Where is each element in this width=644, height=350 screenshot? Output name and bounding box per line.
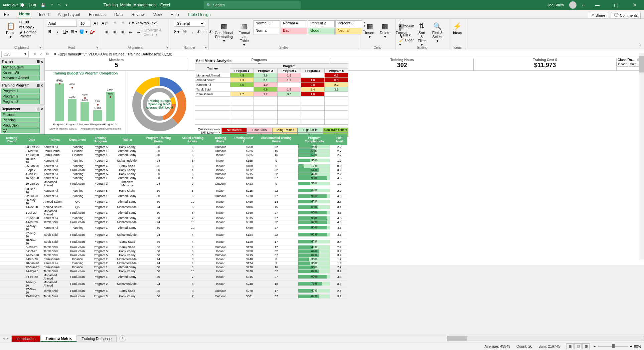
slicer-item[interactable]: QA — [1, 128, 40, 133]
italic-button[interactable]: I — [55, 29, 61, 35]
font-name-input[interactable] — [47, 20, 77, 27]
table-row[interactable]: 8-Mar-20Rami GamalFinanceProgram 1Ahmed … — [0, 149, 347, 153]
slicer-scrollbar[interactable] — [40, 112, 44, 134]
skill-matrix-table[interactable]: TraineeProgramProgram 1Program 2Program … — [195, 63, 348, 125]
slicer-item[interactable]: Finance — [1, 112, 40, 117]
tab-insert[interactable]: Insert — [38, 11, 50, 18]
table-row[interactable]: 23-Feb-20Kareem AliPlanningProgram 5Hany… — [0, 145, 347, 149]
table-row[interactable]: 16-Apr-20Kareem AliPlanningProgram 1Ahme… — [0, 176, 347, 180]
donut-chart[interactable]: Training Budget Spending % VS Average Sk… — [126, 71, 193, 138]
fx-icon[interactable]: fx — [46, 52, 49, 56]
slicer-scrollbar[interactable] — [40, 88, 44, 105]
table-row[interactable]: 14-Aug-20Mohamed AhmedProductionProgram … — [0, 280, 347, 287]
page-break-view-icon[interactable]: ▥ — [582, 343, 590, 349]
redo-icon[interactable]: ↷ — [58, 3, 61, 7]
increase-font-icon[interactable]: A↑ — [93, 20, 99, 26]
font-color-button[interactable]: A ▾ — [90, 29, 96, 35]
conditional-formatting-button[interactable]: ▦Conditional Formatting ▾ — [212, 20, 236, 48]
number-format-select[interactable]: General — [174, 20, 205, 27]
percent-icon[interactable]: % — [182, 29, 188, 35]
ideas-button[interactable]: ⚡Ideas — [453, 20, 462, 36]
style-percent2[interactable]: Percent 2 — [308, 20, 335, 27]
fill-button[interactable]: ⬇ Fill ▾ — [399, 33, 414, 37]
table-row[interactable]: 5-Oct-20Tarek SaidProductionProgram 5Han… — [0, 249, 347, 253]
style-normal3[interactable]: Normal 3 — [253, 20, 280, 27]
increase-indent-icon[interactable]: ⇥ — [136, 29, 142, 35]
table-row[interactable]: 22-Mar-20Rami GamalFinanceProgram 1Ahmed… — [0, 265, 347, 269]
table-row[interactable]: 26-May-20Ahmed SalemQAProgram 1Ahmed Sam… — [0, 198, 347, 205]
search-box[interactable]: 🔍 Search — [204, 1, 301, 9]
style-percent3[interactable]: Percent 3 — [335, 20, 362, 27]
align-middle-icon[interactable]: ≡ — [112, 20, 118, 26]
decrease-indent-icon[interactable]: ⇤ — [128, 29, 134, 35]
clear-filter-icon[interactable]: ⨯ — [40, 60, 43, 63]
maximize-button[interactable]: ▢ — [609, 2, 623, 8]
comma-icon[interactable]: , — [190, 29, 196, 35]
horizontal-scrollbar[interactable] — [447, 336, 644, 341]
currency-icon[interactable]: $ ▾ — [174, 29, 180, 35]
copy-button[interactable]: ⧉ Copy ▾ — [19, 25, 40, 29]
style-normal[interactable]: Normal — [253, 28, 280, 34]
tab-table-design[interactable]: Table Design — [187, 11, 211, 18]
table-row[interactable]: 5-Feb-20Mohamed AhmedProductionProgram 1… — [0, 273, 347, 280]
vertical-scrollbar[interactable] — [639, 53, 644, 259]
multiselect-icon[interactable]: ☰ — [37, 83, 40, 87]
fill-color-button[interactable]: 🪣 ▾ — [79, 29, 87, 35]
number-launcher-icon[interactable]: ⬊ — [204, 46, 207, 49]
indoor-button[interactable]: Indoor — [617, 62, 628, 66]
autosave-toggle[interactable]: AutoSave Off — [3, 3, 36, 7]
table-row[interactable]: 28-Jan-20Kareem AliPlanningProgram 2Moha… — [0, 261, 347, 265]
align-bottom-icon[interactable]: ≡ — [120, 20, 126, 26]
page-layout-view-icon[interactable]: ▤ — [574, 343, 582, 349]
zoom-in-icon[interactable]: + — [630, 344, 632, 348]
table-row[interactable]: 1-Jul-20Mohamed AhmedProductionProgram 1… — [0, 209, 347, 216]
qat-customize-icon[interactable]: ▾ — [65, 3, 67, 7]
align-left-icon[interactable]: ≡ — [104, 29, 110, 35]
budget-completion-chart[interactable]: Training Budget VS Program Completion Pr… — [45, 71, 126, 138]
undo-icon[interactable]: ↶ — [50, 3, 53, 7]
name-box[interactable]: D25▾ — [1, 51, 29, 57]
tab-file[interactable]: File — [3, 11, 11, 18]
alignment-launcher-icon[interactable]: ⬊ — [166, 46, 169, 49]
zoom-out-icon[interactable]: − — [594, 344, 596, 348]
slicer-item[interactable]: Kareem Ali — [1, 70, 40, 75]
formula-input[interactable] — [52, 51, 637, 57]
table-row[interactable]: 23-Sep-20Kareem AliPlanningProgram 5Hany… — [0, 187, 347, 194]
clear-filter-icon[interactable]: ⨯ — [40, 107, 43, 111]
sheet-nav-prev-icon[interactable]: ▸ — [7, 336, 9, 341]
share-button[interactable]: ↗ Share — [588, 12, 608, 18]
underline-button[interactable]: U ▾ — [63, 29, 69, 35]
slicer-item[interactable]: Program 1 — [1, 89, 40, 94]
slicer-item[interactable]: Ahmed Salem — [1, 65, 40, 70]
format-as-table-button[interactable]: ▦Format as Table ▾ — [236, 20, 253, 48]
multiselect-icon[interactable]: ☰ — [37, 60, 40, 63]
slicer-item[interactable]: Mohamed Ahmed — [1, 75, 40, 80]
insert-cells-button[interactable]: ▦Insert ▾ — [362, 20, 377, 40]
sort-filter-button[interactable]: ⇅Sort & Filter ▾ — [414, 20, 429, 48]
sheet-tab-training-database[interactable]: Training Database — [77, 335, 117, 342]
align-right-icon[interactable]: ≡ — [120, 29, 126, 35]
ribbon-display-icon[interactable]: ▭ — [582, 3, 585, 7]
table-row[interactable]: 24-Oct-20Tarek SaidProductionProgram 5Ha… — [0, 253, 347, 257]
tab-view[interactable]: View — [153, 11, 163, 18]
table-row[interactable]: 21-Apr-20Kareem AliPlanningProgram 1Ahme… — [0, 216, 347, 220]
close-button[interactable]: ✕ — [628, 2, 641, 8]
enter-formula-icon[interactable]: ✓ — [40, 52, 43, 56]
table-row[interactable]: 18-Dec-20Kareem AliPlanningProgram 2Moha… — [0, 157, 347, 164]
add-sheet-button[interactable]: + — [119, 335, 126, 342]
paste-button[interactable]: 📋Paste ▾ — [3, 20, 18, 40]
tab-data[interactable]: Data — [114, 11, 123, 18]
sheet-tab-training-matrix[interactable]: Training Matrix — [40, 335, 76, 342]
table-row[interactable]: 22-Jul-20Kareem AliPlanningProgram 1Ahme… — [0, 194, 347, 198]
wrap-text-button[interactable]: ↩ Wrap Text — [136, 21, 156, 25]
multiselect-icon[interactable]: ☰ — [37, 107, 40, 111]
increase-decimal-icon[interactable]: .0→ — [198, 29, 204, 35]
save-icon[interactable]: 💾 — [41, 3, 45, 7]
sheet-tab-introduction[interactable]: Introduction — [11, 335, 40, 342]
table-row[interactable]: 27-Nov-20Tarek SaidProductionProgram 4Sa… — [0, 287, 347, 294]
autosum-button[interactable]: Σ AutoSum ▾ — [399, 20, 414, 32]
style-bad[interactable]: Bad — [281, 28, 307, 34]
tab-home[interactable]: Home — [18, 10, 31, 18]
font-size-input[interactable] — [79, 20, 91, 27]
normal-view-icon[interactable]: ▦ — [566, 343, 574, 349]
